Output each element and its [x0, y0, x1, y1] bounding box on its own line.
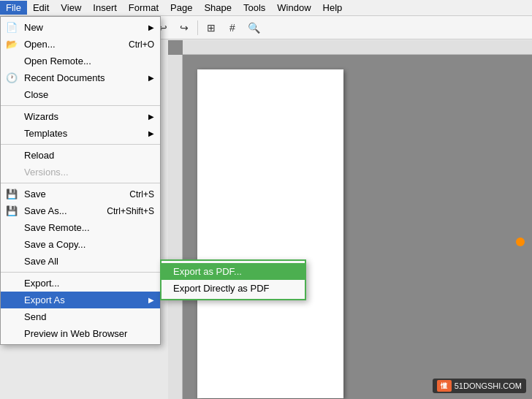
toolbar-zoom[interactable]: 🔍 — [244, 18, 263, 37]
menu-export-as[interactable]: Export As ▶ — [1, 292, 160, 308]
recent-icon: 🕐 — [4, 72, 20, 83]
canvas-page — [197, 69, 343, 398]
sep2 — [1, 144, 160, 145]
toolbar-sep5 — [197, 20, 198, 35]
menu-wizards[interactable]: Wizards ▶ — [1, 108, 160, 125]
menu-open-remote[interactable]: Open Remote... — [1, 53, 160, 69]
menu-new[interactable]: 📄 New ▶ — [1, 19, 160, 36]
menubar: File Edit View Insert Format Page Shape … — [0, 0, 532, 16]
watermark-text: 51DONGSHI.COM — [455, 381, 522, 390]
menu-templates[interactable]: Templates ▶ — [1, 125, 160, 142]
menubar-format[interactable]: Format — [123, 1, 164, 15]
sep3 — [1, 183, 160, 183]
menubar-help[interactable]: Help — [317, 1, 349, 15]
menu-preview[interactable]: Preview in Web Browser — [1, 325, 160, 342]
menu-reload[interactable]: Reload — [1, 147, 160, 164]
canvas-area — [168, 40, 532, 399]
new-icon: 📄 — [4, 22, 20, 33]
open-icon: 📂 — [4, 39, 20, 50]
menubar-edit[interactable]: Edit — [27, 1, 55, 15]
menu-versions: Versions... — [1, 164, 160, 180]
menubar-window[interactable]: Window — [271, 1, 316, 15]
menubar-insert[interactable]: Insert — [87, 1, 123, 15]
toolbar-hash[interactable]: # — [223, 18, 242, 37]
watermark: 懂 51DONGSHI.COM — [433, 379, 526, 393]
sep1 — [1, 105, 160, 106]
menubar-view[interactable]: View — [55, 1, 87, 15]
menu-recent[interactable]: 🕐 Recent Documents ▶ — [1, 69, 160, 86]
orange-indicator — [516, 238, 525, 246]
export-as-submenu: Export as PDF... Export Directly as PDF — [160, 259, 306, 300]
ruler-left — [168, 55, 183, 399]
menu-save-all[interactable]: Save All — [1, 253, 160, 270]
menubar-page[interactable]: Page — [164, 1, 198, 15]
toolbar-redo[interactable]: ↪ — [175, 18, 194, 37]
menu-save-remote[interactable]: Save Remote... — [1, 219, 160, 236]
file-menu: 📄 New ▶ 📂 Open... Ctrl+O Open Remote... … — [0, 16, 161, 345]
submenu-export-pdf[interactable]: Export as PDF... — [162, 263, 305, 280]
save-icon: 💾 — [4, 189, 20, 200]
menu-save[interactable]: 💾 Save Ctrl+S — [1, 186, 160, 202]
menu-send[interactable]: Send — [1, 308, 160, 325]
ruler-top — [183, 40, 532, 55]
menu-save-as[interactable]: 💾 Save As... Ctrl+Shift+S — [1, 202, 160, 219]
toolbar-grid[interactable]: ⊞ — [202, 18, 221, 37]
sep4 — [1, 272, 160, 273]
menu-close[interactable]: Close — [1, 86, 160, 103]
save-as-icon: 💾 — [4, 205, 20, 216]
menubar-file[interactable]: File — [0, 1, 27, 15]
menu-open[interactable]: 📂 Open... Ctrl+O — [1, 36, 160, 53]
submenu-export-direct-pdf[interactable]: Export Directly as PDF — [162, 280, 305, 297]
menu-save-copy[interactable]: Save a Copy... — [1, 236, 160, 253]
menubar-tools[interactable]: Tools — [238, 1, 271, 15]
menubar-shape[interactable]: Shape — [198, 1, 238, 15]
app-background: File Edit View Insert Format Page Shape … — [0, 0, 532, 399]
menu-export[interactable]: Export... — [1, 275, 160, 292]
watermark-logo: 懂 — [437, 380, 452, 392]
